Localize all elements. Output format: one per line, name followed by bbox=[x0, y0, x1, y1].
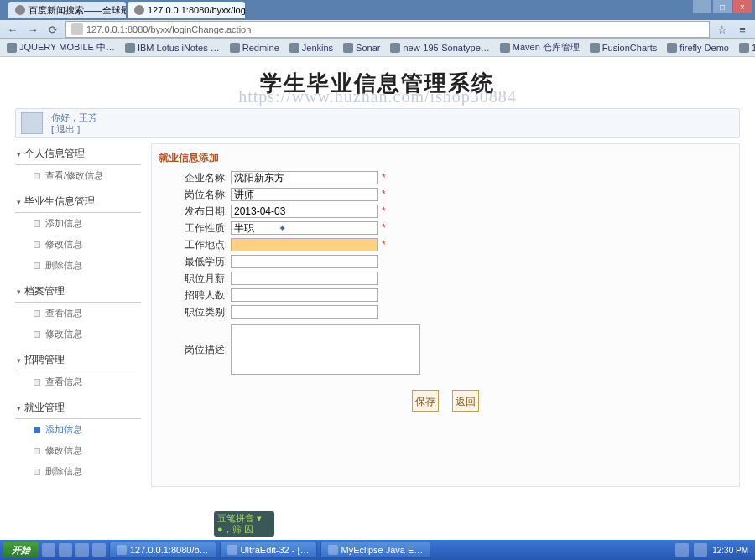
sidebar-group-recruit[interactable]: ▾招聘管理 bbox=[15, 350, 141, 371]
sidebar-item[interactable]: 修改信息 bbox=[15, 440, 141, 461]
position-input[interactable] bbox=[231, 188, 378, 201]
education-input[interactable] bbox=[231, 255, 378, 268]
label-count: 招聘人数: bbox=[159, 288, 231, 303]
caret-down-icon: ▾ bbox=[17, 150, 21, 158]
salary-input[interactable] bbox=[231, 272, 378, 285]
bookmark-icon bbox=[390, 43, 400, 53]
logout-link[interactable]: [ 退出 ] bbox=[51, 124, 80, 134]
browser-tab[interactable]: 百度新闻搜索——全球最大 bbox=[8, 2, 126, 18]
bookmark-item[interactable]: FusionCharts bbox=[590, 43, 657, 53]
bookmark-icon bbox=[739, 43, 749, 53]
bookmark-item[interactable]: new-195-Sonatype… bbox=[390, 43, 489, 53]
date-input[interactable] bbox=[231, 205, 378, 218]
content-panel: 就业信息添加 企业名称:* 岗位名称:* 发布日期:* 工作性质:* ✦ 工作地… bbox=[151, 143, 740, 487]
sidebar-item[interactable]: 修改信息 bbox=[15, 324, 141, 345]
sidebar-group-graduate[interactable]: ▾毕业生信息管理 bbox=[15, 191, 141, 213]
back-button[interactable]: ← bbox=[5, 22, 20, 37]
quicklaunch-icon[interactable] bbox=[59, 543, 72, 557]
back-button[interactable]: 返回 bbox=[452, 390, 479, 412]
save-button[interactable]: 保存 bbox=[412, 390, 439, 412]
label-date: 发布日期: bbox=[159, 205, 231, 219]
bullet-icon bbox=[34, 173, 40, 179]
reload-button[interactable]: ⟳ bbox=[45, 22, 60, 37]
sidebar-item[interactable]: 查看信息 bbox=[15, 303, 141, 324]
tray-icon[interactable] bbox=[675, 543, 689, 557]
user-text: 你好，王芳 [ 退出 ] bbox=[51, 111, 97, 135]
bullet-icon bbox=[34, 262, 40, 269]
worktype-input[interactable] bbox=[231, 221, 378, 235]
bookmark-icon bbox=[590, 43, 600, 53]
close-window-button[interactable]: × bbox=[733, 0, 752, 13]
browser-tab-active[interactable]: 127.0.0.1:8080/byxx/logi bbox=[128, 2, 245, 18]
forward-button[interactable]: → bbox=[25, 22, 40, 37]
category-input[interactable] bbox=[231, 305, 378, 319]
sidebar-item[interactable]: 删除信息 bbox=[15, 255, 141, 276]
minimize-button[interactable]: – bbox=[693, 0, 711, 13]
bookmark-item[interactable]: Maven 仓库管理 bbox=[500, 41, 580, 54]
url-text: 127.0.0.1:8080/byxx/loginChange.action bbox=[86, 24, 251, 34]
quicklaunch-icon[interactable] bbox=[42, 543, 55, 557]
bookmark-item[interactable]: Sonar bbox=[343, 43, 380, 53]
caret-down-icon: ▾ bbox=[17, 288, 21, 296]
taskbar: 开始 127.0.0.1:8080/b… UltraEdit-32 - [… M… bbox=[0, 540, 755, 560]
sidebar-item[interactable]: 删除信息 bbox=[15, 461, 141, 482]
bookmark-item[interactable]: 123.127.237.199:… bbox=[739, 43, 755, 53]
bullet-icon bbox=[34, 379, 40, 386]
start-button[interactable]: 开始 bbox=[3, 542, 39, 558]
taskbar-app-myeclipse[interactable]: MyEclipse Java E… bbox=[320, 542, 431, 558]
menu-icon[interactable]: ≡ bbox=[735, 22, 750, 37]
ime-toolbar[interactable]: 五笔拼音 ▾ ●，筛 囚 bbox=[214, 511, 274, 537]
label-worktype: 工作性质: bbox=[159, 221, 231, 236]
bookmark-item[interactable]: IBM Lotus iNotes … bbox=[125, 43, 220, 53]
sidebar-item-add[interactable]: 添加信息 bbox=[15, 419, 141, 440]
sidebar-group-personal[interactable]: ▾个人信息管理 bbox=[15, 143, 141, 165]
app-icon bbox=[117, 545, 127, 555]
required-mark: * bbox=[382, 222, 386, 234]
bookmark-icon bbox=[7, 43, 17, 53]
url-input[interactable]: 127.0.0.1:8080/byxx/loginChange.action bbox=[65, 21, 710, 38]
description-textarea[interactable] bbox=[231, 324, 420, 375]
count-input[interactable] bbox=[231, 288, 378, 302]
bullet-icon bbox=[34, 220, 40, 227]
bullet-icon bbox=[34, 331, 40, 338]
bookmark-icon bbox=[667, 43, 677, 53]
taskbar-app-ultraedit[interactable]: UltraEdit-32 - [… bbox=[220, 542, 317, 558]
label-position: 岗位名称: bbox=[159, 188, 231, 202]
taskbar-app-browser[interactable]: 127.0.0.1:8080/b… bbox=[109, 542, 216, 558]
user-greeting: 你好，王芳 bbox=[51, 111, 97, 123]
bookmark-star-icon[interactable]: ☆ bbox=[715, 22, 730, 37]
required-mark: * bbox=[382, 172, 386, 184]
bookmark-item[interactable]: Jenkins bbox=[289, 43, 333, 53]
bullet-icon bbox=[34, 241, 40, 248]
sidebar-group-archive[interactable]: ▾档案管理 bbox=[15, 281, 141, 303]
maximize-button[interactable]: □ bbox=[713, 0, 732, 13]
sidebar-item[interactable]: 查看/修改信息 bbox=[15, 165, 141, 186]
bookmark-icon bbox=[343, 43, 353, 53]
label-company: 企业名称: bbox=[159, 171, 231, 185]
app-icon bbox=[227, 545, 237, 555]
bookmark-item[interactable]: Redmine bbox=[230, 43, 279, 53]
browser-tab-bar: 百度新闻搜索——全球最大 127.0.0.1:8080/byxx/logi bbox=[0, 0, 755, 20]
sidebar-item[interactable]: 修改信息 bbox=[15, 234, 141, 255]
sidebar-item[interactable]: 添加信息 bbox=[15, 213, 141, 234]
location-input[interactable] bbox=[231, 238, 378, 251]
watermark-text: https://www.huzhan.com/ishop30884 bbox=[238, 87, 517, 106]
bookmark-icon bbox=[289, 43, 299, 53]
user-info-bar: 你好，王芳 [ 退出 ] bbox=[15, 108, 740, 138]
required-mark: * bbox=[382, 239, 386, 251]
quicklaunch-icon[interactable] bbox=[76, 543, 89, 557]
tab-title: 127.0.0.1:8080/byxx/logi bbox=[148, 5, 245, 15]
bullet-icon bbox=[34, 427, 40, 433]
sidebar-item[interactable]: 查看信息 bbox=[15, 371, 141, 392]
app-icon bbox=[328, 545, 338, 555]
bullet-icon bbox=[34, 448, 40, 454]
sidebar-group-employment[interactable]: ▾就业管理 bbox=[15, 397, 141, 419]
tray-icon[interactable] bbox=[694, 543, 707, 557]
bullet-icon bbox=[34, 469, 40, 475]
bookmark-item[interactable]: firefly Demo bbox=[667, 43, 729, 53]
quicklaunch-icon[interactable] bbox=[92, 543, 106, 557]
site-icon bbox=[71, 23, 83, 35]
company-input[interactable] bbox=[231, 171, 378, 184]
label-description: 岗位描述: bbox=[159, 324, 231, 357]
bookmark-item[interactable]: JQUERY MOBILE 中… bbox=[7, 41, 115, 54]
